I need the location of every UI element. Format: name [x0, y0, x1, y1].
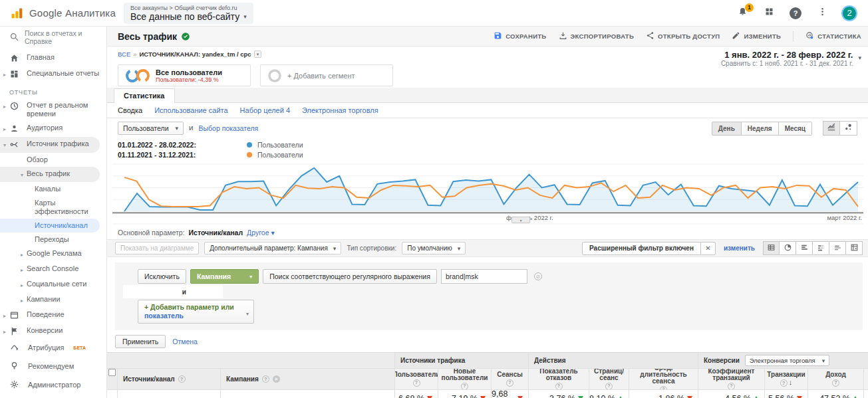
help-icon[interactable]: ? — [178, 375, 186, 383]
pivot-view-button[interactable] — [846, 241, 863, 255]
help-icon[interactable]: ? — [413, 379, 420, 387]
chevron-right-icon[interactable]: ▸ — [3, 70, 9, 79]
sidebar-footer-item-администратор[interactable]: Администратор — [0, 375, 106, 394]
notifications-button[interactable]: 1 — [735, 6, 750, 21]
metric-select[interactable]: Пользователи ▾ — [118, 122, 184, 135]
select-all-checkbox[interactable] — [108, 369, 116, 376]
sidebar-item-кампании[interactable]: ▸Кампании — [0, 292, 106, 308]
segment-dropdown-button[interactable]: ▾ — [254, 50, 262, 58]
performance-view-button[interactable] — [796, 241, 813, 255]
action-открыть доступ[interactable]: ОТКРЫТЬ ДОСТУП — [646, 31, 720, 41]
add-segment-card[interactable]: + Добавить сегмент — [260, 64, 393, 86]
add-dimension-metric-button[interactable]: + Добавить параметр или показатель ▾ — [138, 300, 254, 324]
motion-chart-view-button[interactable] — [840, 121, 857, 136]
clear-filter-icon[interactable]: ⊘ — [534, 272, 542, 280]
sidebar-footer-item-рекомендуем[interactable]: Рекомендуем — [0, 357, 106, 375]
sidebar-item-отчет-в-реальном-времени[interactable]: ▸Отчет в реальном времени — [0, 98, 106, 121]
action-сохранить[interactable]: СОХРАНИТЬ — [494, 31, 546, 41]
timeline-slider-handle[interactable]: ▾ — [511, 217, 530, 223]
metric-header-1[interactable]: Пользователи? — [395, 369, 438, 390]
chevron-right-icon[interactable]: ▸ — [3, 102, 9, 111]
sidebar-item-поведение[interactable]: ▸Поведение — [0, 308, 106, 324]
action-статистика[interactable]: СТАТИСТИКА — [805, 31, 861, 41]
timeseries-chart[interactable]: февраль 2022 г.март 2022 г. ▾ — [107, 162, 868, 226]
sidebar-item-search-console[interactable]: ▸Search Console — [0, 262, 106, 277]
exclude-button[interactable]: Исключить — [138, 269, 186, 284]
user-avatar[interactable]: 2 — [841, 5, 857, 21]
chevron-down-icon[interactable]: ▾ — [3, 141, 9, 149]
filter-pattern-input[interactable] — [441, 269, 527, 284]
sidebar-item-источник-канал[interactable]: Источник/канал — [0, 219, 100, 233]
sidebar-item-социальные-сети[interactable]: ▸Социальные сети — [0, 277, 106, 292]
help-icon[interactable]: ? — [780, 379, 788, 387]
sidebar-item-весь-трафик[interactable]: ▾Весь трафик — [0, 167, 100, 182]
sidebar-item-каналы[interactable]: Каналы — [0, 182, 106, 196]
percentage-view-button[interactable] — [780, 241, 796, 255]
chevron-right-icon[interactable]: ▸ — [3, 312, 9, 320]
dimension-header-campaign[interactable]: Кампания?× — [221, 369, 395, 390]
account-property-switcher[interactable]: Все аккаунты > Общий счетчик defo.ru Все… — [124, 3, 253, 24]
metric-header-4[interactable]: Показатель отказов? — [529, 369, 589, 390]
remove-dimension-icon[interactable]: × — [273, 375, 280, 383]
subtab-сводка[interactable]: Сводка — [118, 106, 142, 114]
subtab-электронная-торговля[interactable]: Электронная торговля — [302, 106, 378, 114]
chevron-right-icon[interactable]: ▸ — [21, 266, 27, 274]
sidebar-item-карты-эффективности[interactable]: Карты эффективности — [0, 196, 106, 219]
metric-header-3[interactable]: Сеансы? — [492, 369, 529, 390]
sidebar-item-переходы[interactable]: Переходы — [0, 233, 106, 247]
action-экспортировать[interactable]: ЭКСПОРТИРОВАТЬ — [559, 31, 635, 41]
sidebar-item-специальные-отчеты[interactable]: ▸Специальные отчеты — [0, 66, 106, 82]
segment-card-all-users[interactable]: Все пользователи Пользователи: -4,39 % — [118, 64, 251, 86]
subtab-набор-целей-4[interactable]: Набор целей 4 — [240, 106, 290, 114]
primary-param-value[interactable]: Источник/канал — [189, 229, 243, 237]
help-icon[interactable]: ? — [728, 383, 735, 390]
help-icon[interactable]: ? — [461, 383, 468, 390]
granularity-месяц[interactable]: Месяц — [779, 122, 812, 136]
help-icon[interactable]: ? — [262, 375, 269, 383]
action-изменить[interactable]: ИЗМЕНИТЬ — [732, 31, 781, 41]
table-view-button[interactable] — [763, 241, 780, 255]
chevron-right-icon[interactable]: ▸ — [3, 328, 9, 336]
metric-header-6[interactable]: Сред. длительность сеанса? — [629, 369, 698, 390]
sidebar-item-аудитория[interactable]: ▸Аудитория — [0, 121, 106, 137]
metric-header-7[interactable]: Коэффициент транзакций? — [698, 369, 765, 390]
help-icon[interactable]: ? — [506, 379, 513, 387]
cancel-link[interactable]: Отмена — [172, 338, 198, 346]
chevron-right-icon[interactable]: ▸ — [3, 125, 9, 134]
more-options-button[interactable] — [815, 6, 829, 21]
sidebar-item-обзор[interactable]: Обзор — [0, 153, 106, 167]
sidebar-item-главная[interactable]: Главная — [0, 50, 106, 66]
edit-filter-link[interactable]: изменить — [724, 245, 755, 252]
granularity-неделя[interactable]: Неделя — [742, 122, 779, 136]
match-type-select[interactable]: Поиск соответствующего регулярного выраж… — [263, 269, 437, 284]
app-logo[interactable]: Google Аналитика — [0, 6, 124, 21]
help-icon[interactable]: ? — [605, 383, 613, 390]
chevron-right-icon[interactable]: ▸ — [21, 281, 27, 290]
remove-filter-button[interactable]: ✕ — [700, 243, 715, 254]
metric-header-9[interactable]: Доход? — [808, 369, 864, 390]
sidebar-item-конверсии[interactable]: ▸Конверсии — [0, 324, 106, 340]
granularity-день[interactable]: День — [712, 122, 742, 136]
chevron-right-icon[interactable]: ▸ — [21, 250, 27, 259]
help-button[interactable]: ? — [788, 6, 803, 21]
search-input[interactable]: Поиск в отчетах и Справке — [0, 27, 106, 48]
chevron-right-icon[interactable]: ▸ — [21, 296, 27, 305]
help-icon[interactable]: ? — [555, 383, 563, 390]
line-chart-view-button[interactable] — [823, 121, 840, 136]
plot-rows-button[interactable]: Показать на диаграмме — [115, 242, 199, 254]
term-cloud-view-button[interactable] — [829, 241, 846, 255]
metric-header-8[interactable]: Транзакции?↓ — [765, 369, 808, 390]
tab-statistics[interactable]: Статистика — [114, 88, 175, 103]
secondary-dimension-select[interactable]: Дополнительный параметр: Кампания ▾ — [204, 242, 341, 254]
metric-header-5[interactable]: Страниц/сеанс? — [589, 369, 629, 390]
segment-all-link[interactable]: ВСЕ — [118, 50, 130, 58]
select-metric-link[interactable]: Выбор показателя — [199, 124, 259, 132]
apps-grid-button[interactable] — [762, 6, 776, 21]
sidebar-footer-item-атрибуция[interactable]: АтрибуцияБЕТА — [0, 338, 106, 357]
filter-dimension-select[interactable]: Кампания ▾ — [190, 269, 259, 284]
date-range-picker[interactable]: 1 янв. 2022 г. - 28 февр. 2022 г. Сравни… — [721, 50, 861, 67]
sidebar-item-источник-трафика[interactable]: ▾Источник трафика — [0, 137, 100, 153]
conversions-type-select[interactable]: Электронная торговля▾ — [745, 355, 829, 366]
sidebar-item-google-реклама[interactable]: ▸Google Реклама — [0, 247, 106, 262]
other-dimension-link[interactable]: Другое ▾ — [247, 229, 275, 237]
